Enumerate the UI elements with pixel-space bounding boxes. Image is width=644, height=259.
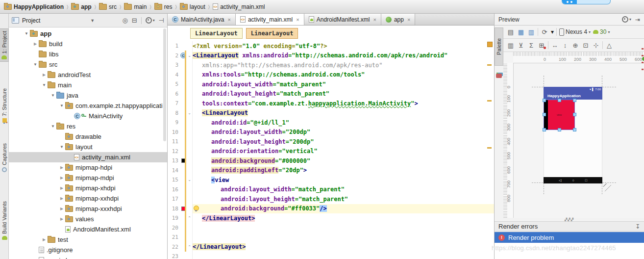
code-line-5[interactable]: 5android:layout_width="match_parent" <box>168 79 494 89</box>
code-line-14[interactable]: 14android:paddingLeft="20dp"> <box>168 166 494 176</box>
tree-row-mipmap-hdpi[interactable]: ▶mipmap-hdpi <box>9 162 167 173</box>
zoom-fit-icon[interactable]: ⊡ <box>582 41 590 49</box>
sidebar-tab-7-structure[interactable]: 7: Structure <box>0 88 9 123</box>
selection-handle[interactable] <box>558 99 561 102</box>
chevron-collapsed-icon[interactable]: ▶ <box>58 196 65 201</box>
tree-row-activity-main-xml[interactable]: activity_main.xml <box>9 152 167 162</box>
code-line-7[interactable]: 7tools:context="com.example.zt.happyappl… <box>168 99 494 108</box>
chevron-collapsed-icon[interactable]: ▶ <box>32 42 39 46</box>
fold-end-icon[interactable]: ⌃ <box>187 245 192 249</box>
breadcrumb-item-activity-main-xml[interactable]: activity_main.xml <box>213 3 265 10</box>
code-line-20[interactable]: 20 <box>168 223 494 233</box>
tab-app[interactable]: app× <box>381 14 415 25</box>
code-line-9[interactable]: 9android:id="@+id/ll_1" <box>168 118 494 128</box>
code-line-1[interactable]: 1<?xml version="1.0" encoding="utf-8"?> <box>168 41 494 51</box>
tree-row-java[interactable]: ▼java <box>9 90 167 101</box>
code-text[interactable]: xmlns:tools="http://schemas.android.com/… <box>192 70 494 80</box>
chevron-collapsed-icon[interactable]: ▶ <box>58 176 65 180</box>
tree-row-mipmap-xxxhdpi[interactable]: ▶mipmap-xxxhdpi <box>9 204 167 214</box>
code-text[interactable]: android:layout_height="200dp" <box>192 137 494 147</box>
chevron-collapsed-icon[interactable]: ▶ <box>41 237 48 242</box>
sidebar-tab-build-variants[interactable]: Build Variants <box>0 201 9 240</box>
code-text[interactable]: android:background="#000000" <box>192 156 494 166</box>
tree-scrollbar[interactable] <box>163 28 166 141</box>
chevron-collapsed-icon[interactable]: ▶ <box>41 73 48 77</box>
sidebar-tab-1-project[interactable]: 1: Project <box>0 28 9 62</box>
tab-activity-main-xml[interactable]: activity_main.xml× <box>236 14 304 25</box>
tab-mainactivity-java[interactable]: CMainActivity.java× <box>168 14 236 25</box>
sidebar-tab-captures[interactable]: Captures <box>0 143 9 172</box>
code-text[interactable]: android:layout_width="match_parent" <box>192 79 494 89</box>
tree-row-gitignore[interactable]: .gitignore <box>9 245 167 255</box>
code-line-23[interactable]: 23 <box>168 252 494 259</box>
chevron-collapsed-icon[interactable]: ▶ <box>58 186 65 190</box>
nav-recents-icon[interactable]: □ <box>585 179 587 182</box>
code-line-6[interactable]: 6android:layout_height="match_parent" <box>168 89 494 99</box>
code-line-21[interactable]: 21 <box>168 233 494 242</box>
code-text[interactable]: <LinearLayout xmlns:android="http://sche… <box>192 51 494 61</box>
code-line-19[interactable]: 19⌃</LinearLayout> <box>168 213 494 223</box>
nav-home-icon[interactable]: ○ <box>572 179 574 182</box>
tree-row-src[interactable]: ▼src <box>9 59 167 70</box>
preview-canvas[interactable]: 0100200300400500600010020030040050060070… <box>503 52 644 218</box>
breadcrumb-item-main[interactable]: main <box>124 3 147 10</box>
tree-row-mipmap-xxhdpi[interactable]: ▶mipmap-xxhdpi <box>9 193 167 204</box>
code-line-17[interactable]: 17android:layout_height="match_parent" <box>168 194 494 204</box>
close-icon[interactable]: × <box>296 17 299 23</box>
selection-handle[interactable] <box>543 99 546 102</box>
intention-bulb-icon[interactable] <box>194 206 199 211</box>
tree-row-app[interactable]: ▼app <box>9 28 167 39</box>
code-text[interactable] <box>192 223 494 233</box>
code-text[interactable]: tools:context="com.example.zt.happyappli… <box>192 99 494 108</box>
blueprint-mode-icon[interactable]: ▥ <box>527 28 535 36</box>
chevron-collapsed-icon[interactable]: ▶ <box>58 165 65 170</box>
code-line-18[interactable]: 18android:background="#ff0033"/> <box>168 204 494 214</box>
pan-icon[interactable]: ⊹ <box>592 41 600 49</box>
code-text[interactable]: android:layout_height="match_parent" <box>192 194 494 204</box>
tree-row-mipmap-mdpi[interactable]: ▶mipmap-mdpi <box>9 173 167 183</box>
xml-chip-inner[interactable]: LinearLayout <box>246 28 298 39</box>
settings-icon[interactable]: ▾ <box>146 17 155 24</box>
code-text[interactable]: </LinearLayout> <box>192 213 494 223</box>
selection-handle[interactable] <box>573 113 576 116</box>
orientation-icon[interactable]: ▥ <box>507 41 515 49</box>
chevron-expanded-icon[interactable]: ▼ <box>41 83 48 87</box>
inspection-status-icon[interactable] <box>487 42 493 47</box>
code-line-10[interactable]: 10android:layout_width="200dp" <box>168 128 494 137</box>
breadcrumb-item-src[interactable]: src <box>99 3 117 10</box>
tree-row-values[interactable]: ▶values <box>9 214 167 224</box>
code-text[interactable]: android:orientation="vertical" <box>192 147 494 156</box>
code-line-2[interactable]: 2C⌄<LinearLayout xmlns:android="http://s… <box>168 51 494 61</box>
chevron-collapsed-icon[interactable]: ▶ <box>58 207 65 211</box>
selection-handle[interactable] <box>573 128 576 131</box>
tree-row-res[interactable]: ▼res <box>9 121 167 131</box>
tree-row-test[interactable]: ▶test <box>9 234 167 245</box>
editor-mode-icon[interactable]: ▤ <box>507 28 515 36</box>
chevron-expanded-icon[interactable]: ▼ <box>50 124 56 129</box>
breadcrumb-item-res[interactable]: res <box>154 3 173 10</box>
resize-grip-icon[interactable] <box>603 183 611 191</box>
preview-splitter[interactable]: ▞▞▞ <box>495 218 644 221</box>
close-icon[interactable]: × <box>407 17 410 23</box>
code-text[interactable]: <LinearLayout <box>192 108 494 118</box>
code-line-8[interactable]: 8⌄<LinearLayout <box>168 108 494 118</box>
chevron-expanded-icon[interactable]: ▼ <box>23 31 30 36</box>
tree-row-main[interactable]: ▼main <box>9 80 167 90</box>
code-line-3[interactable]: 3xmlns:app="http://schemas.android.com/a… <box>168 60 494 70</box>
tree-row-drawable[interactable]: drawable <box>9 131 167 142</box>
export-icon[interactable]: ↧ <box>635 223 640 230</box>
selection-handle[interactable] <box>558 128 561 131</box>
chevron-collapsed-icon[interactable]: ▶ <box>58 217 65 221</box>
project-panel-title[interactable]: Project <box>22 17 40 24</box>
palette-tab[interactable]: Palette <box>495 27 503 66</box>
match-parent-height-icon[interactable]: ↕ <box>561 41 569 49</box>
code-line-12[interactable]: 12android:orientation="vertical" <box>168 147 494 156</box>
collapse-all-icon[interactable]: ⊟ <box>132 17 137 24</box>
code-text[interactable]: android:background="#ff0033"/> <box>192 204 494 214</box>
rotate-device-icon[interactable]: ⟳ <box>541 28 548 36</box>
code-editor[interactable]: 1<?xml version="1.0" encoding="utf-8"?>2… <box>168 41 494 259</box>
render-problem-row[interactable]: ! Render problem <box>495 232 644 243</box>
fold-end-icon[interactable]: ⌃ <box>187 216 192 220</box>
fold-expanded-icon[interactable]: ⌄ <box>187 178 192 182</box>
code-text[interactable]: android:id="@+id/ll_1" <box>192 118 494 128</box>
